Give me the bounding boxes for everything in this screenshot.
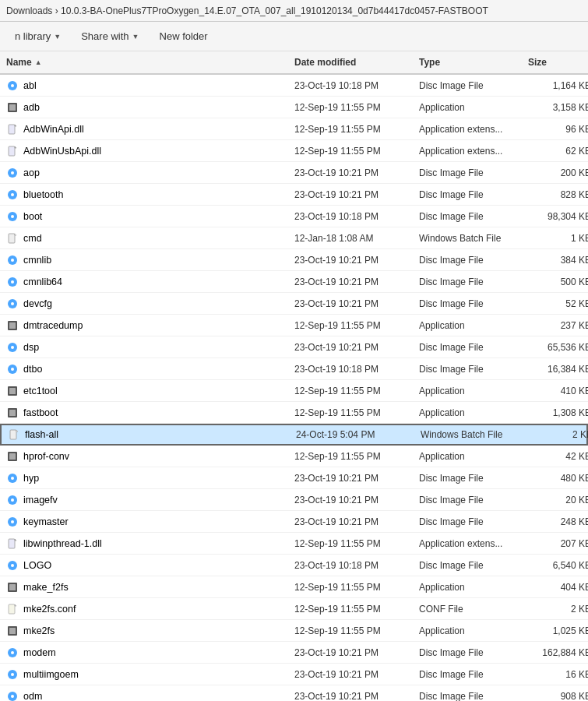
file-icon <box>6 145 19 157</box>
file-icon <box>6 516 19 528</box>
table-row[interactable]: hprof-conv 12-Sep-19 11:55 PM Applicatio… <box>0 446 588 467</box>
file-date: 24-Oct-19 5:04 PM <box>296 429 421 440</box>
share-with-button[interactable]: Share with ▼ <box>72 27 147 45</box>
table-row[interactable]: etc1tool 12-Sep-19 11:55 PM Application … <box>0 380 588 402</box>
table-row[interactable]: libwinpthread-1.dll 12-Sep-19 11:55 PM A… <box>0 533 588 555</box>
table-row[interactable]: devcfg 23-Oct-19 10:21 PM Disc Image Fil… <box>0 293 588 315</box>
file-size: 207 KB <box>528 538 588 549</box>
file-size: 96 KB <box>528 124 588 135</box>
file-name: make_f2fs <box>23 582 69 593</box>
file-date: 23-Oct-19 10:21 PM <box>294 669 419 680</box>
file-type: Disc Image File <box>419 516 528 527</box>
table-row[interactable]: hyp 23-Oct-19 10:21 PM Disc Image File 4… <box>0 467 588 489</box>
file-name: boot <box>23 211 42 222</box>
table-row[interactable]: AdbWinUsbApi.dll 12-Sep-19 11:55 PM Appl… <box>0 140 588 162</box>
table-row[interactable]: dsp 23-Oct-19 10:21 PM Disc Image File 6… <box>0 336 588 358</box>
file-size: 248 KB <box>528 516 588 527</box>
table-row[interactable]: mke2fs.conf 12-Sep-19 11:55 PM CONF File… <box>0 598 588 620</box>
table-row[interactable]: modem 23-Oct-19 10:21 PM Disc Image File… <box>0 642 588 664</box>
table-row[interactable]: abl 23-Oct-19 10:18 PM Disc Image File 1… <box>0 75 588 97</box>
file-icon <box>6 668 19 681</box>
table-row[interactable]: boot 23-Oct-19 10:18 PM Disc Image File … <box>0 206 588 227</box>
svg-point-28 <box>11 368 14 371</box>
table-row[interactable]: AdbWinApi.dll 12-Sep-19 11:55 PM Applica… <box>0 118 588 140</box>
file-name: AdbWinUsbApi.dll <box>23 146 101 157</box>
library-chevron-icon: ▼ <box>54 33 61 41</box>
file-size: 237 KB <box>528 320 588 331</box>
file-type: Application <box>419 320 528 331</box>
file-name: LOGO <box>23 560 51 571</box>
file-date: 12-Sep-19 11:55 PM <box>294 386 419 396</box>
library-button[interactable]: n library ▼ <box>6 27 69 45</box>
table-row[interactable]: cmd 12-Jan-18 1:08 AM Windows Batch File… <box>0 227 588 249</box>
file-date: 12-Sep-19 11:55 PM <box>294 582 419 593</box>
svg-point-26 <box>11 346 14 349</box>
svg-rect-30 <box>9 388 16 394</box>
file-size: 162,884 KB <box>528 647 588 658</box>
new-folder-label: New folder <box>160 30 208 42</box>
col-header-name[interactable]: Name ▲ <box>6 57 294 68</box>
file-type: Disc Image File <box>419 167 528 178</box>
file-size: 908 KB <box>528 691 588 702</box>
file-icon <box>6 123 19 136</box>
file-date: 12-Sep-19 11:55 PM <box>294 451 419 462</box>
col-header-size[interactable]: Size <box>528 57 588 68</box>
share-label: Share with <box>81 30 129 42</box>
table-row[interactable]: odm 23-Oct-19 10:21 PM Disc Image File 9… <box>0 685 588 701</box>
file-size: 20 KB <box>528 495 588 505</box>
svg-rect-33 <box>10 430 16 439</box>
table-row[interactable]: dmtracedump 12-Sep-19 11:55 PM Applicati… <box>0 315 588 336</box>
toolbar: n library ▼ Share with ▼ New folder <box>0 22 588 51</box>
table-row[interactable]: LOGO 23-Oct-19 10:18 PM Disc Image File … <box>0 555 588 576</box>
file-size: 6,540 KB <box>528 560 588 571</box>
table-row[interactable]: keymaster 23-Oct-19 10:21 PM Disc Image … <box>0 511 588 533</box>
file-name: odm <box>23 691 42 702</box>
file-type: Disc Image File <box>419 691 528 702</box>
table-row[interactable]: adb 12-Sep-19 11:55 PM Application 3,158… <box>0 97 588 118</box>
col-header-date[interactable]: Date modified <box>294 57 419 68</box>
file-icon <box>6 341 19 354</box>
file-icon <box>8 428 20 441</box>
file-date: 12-Jan-18 1:08 AM <box>294 233 419 244</box>
table-row[interactable]: mke2fs 12-Sep-19 11:55 PM Application 1,… <box>0 620 588 642</box>
svg-rect-49 <box>9 584 16 590</box>
table-row[interactable]: cmnlib64 23-Oct-19 10:21 PM Disc Image F… <box>0 271 588 293</box>
file-icon <box>6 298 19 310</box>
file-date: 23-Oct-19 10:18 PM <box>294 80 419 91</box>
table-row[interactable]: flash-all 24-Oct-19 5:04 PM Windows Batc… <box>0 424 588 446</box>
file-name: cmd <box>23 233 42 244</box>
file-name: AdbWinApi.dll <box>23 124 84 135</box>
table-row[interactable]: cmnlib 23-Oct-19 10:21 PM Disc Image Fil… <box>0 249 588 271</box>
col-header-type[interactable]: Type <box>419 57 528 68</box>
table-row[interactable]: dtbo 23-Oct-19 10:18 PM Disc Image File … <box>0 358 588 380</box>
title-bar: Downloads › 10.0.3-BA-OnePlus7TProOxygen… <box>0 0 588 22</box>
file-type: Windows Batch File <box>419 233 528 244</box>
file-date: 12-Sep-19 11:55 PM <box>294 604 419 615</box>
file-icon <box>6 537 19 550</box>
file-icon <box>6 407 19 419</box>
table-row[interactable]: aop 23-Oct-19 10:21 PM Disc Image File 2… <box>0 162 588 184</box>
file-date: 23-Oct-19 10:21 PM <box>294 691 419 702</box>
table-row[interactable]: bluetooth 23-Oct-19 10:21 PM Disc Image … <box>0 184 588 206</box>
new-folder-button[interactable]: New folder <box>151 27 217 45</box>
file-name: flash-all <box>25 429 58 440</box>
file-name: bluetooth <box>23 189 63 200</box>
table-row[interactable]: imagefv 23-Oct-19 10:21 PM Disc Image Fi… <box>0 489 588 511</box>
file-size: 2 KB <box>530 429 588 440</box>
sort-arrow-icon: ▲ <box>35 58 42 66</box>
file-icon <box>6 188 19 201</box>
file-type: Application <box>419 451 528 462</box>
file-date: 23-Oct-19 10:21 PM <box>294 167 419 178</box>
file-type: Disc Image File <box>419 560 528 571</box>
file-type: Disc Image File <box>419 80 528 91</box>
table-row[interactable]: multiimgoem 23-Oct-19 10:21 PM Disc Imag… <box>0 664 588 685</box>
file-name: dsp <box>23 342 39 353</box>
file-icon <box>6 167 19 179</box>
file-icon <box>6 450 19 463</box>
svg-rect-37 <box>9 453 16 460</box>
table-row[interactable]: make_f2fs 12-Sep-19 11:55 PM Application… <box>0 576 588 598</box>
table-row[interactable]: fastboot 12-Sep-19 11:55 PM Application … <box>0 402 588 424</box>
svg-point-39 <box>11 477 14 480</box>
file-name: etc1tool <box>23 386 58 396</box>
file-name: mke2fs.conf <box>23 604 76 615</box>
